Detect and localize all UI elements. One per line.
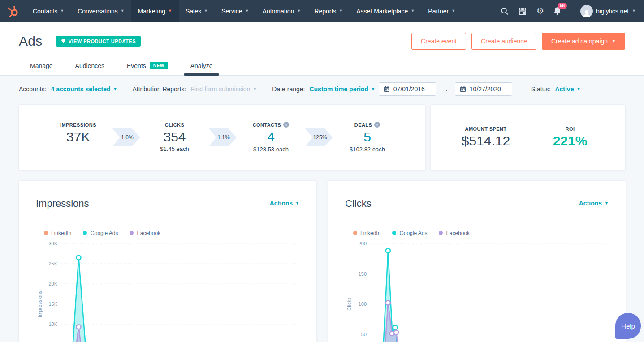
page-title: Ads: [19, 34, 43, 49]
chart-legend: LinkedIn Google Ads Facebook: [353, 229, 609, 237]
nav-item-asset-marketplace[interactable]: Asset Marketplace▼: [350, 0, 421, 22]
start-date-input[interactable]: [393, 86, 431, 93]
impressions-area-chart: 30K25K20K15K10K5KImpressions: [36, 237, 299, 342]
notifications-bell-icon[interactable]: 58: [553, 7, 561, 15]
chevron-down-icon: ▼: [60, 9, 64, 13]
attribution-reports-dropdown[interactable]: First form submission▼: [190, 86, 257, 93]
chevron-down-icon: ▼: [297, 9, 301, 13]
tab-manage[interactable]: Manage: [19, 56, 64, 75]
stats-row: IMPRESSIONS 37K 1.0% CLICKS 354 $1.45 ea…: [0, 101, 644, 170]
nav-item-partner[interactable]: Partner▼: [421, 0, 462, 22]
svg-text:150: 150: [359, 271, 367, 277]
end-date-field[interactable]: [455, 82, 512, 96]
svg-text:200: 200: [359, 241, 367, 246]
settings-gear-icon[interactable]: ⚙: [536, 7, 544, 15]
nav-item-automation[interactable]: Automation▼: [256, 0, 308, 22]
impressions-stat: IMPRESSIONS 37K: [44, 122, 112, 153]
tab-events[interactable]: Events NEW: [116, 56, 179, 75]
svg-text:20K: 20K: [48, 281, 57, 286]
legend-item-linkedin[interactable]: LinkedIn: [44, 230, 71, 236]
legend-dot: [130, 231, 134, 235]
chevron-down-icon: ▼: [295, 201, 299, 205]
top-navigation: Contacts▼ Conversations▼ Marketing▼ Sale…: [0, 0, 644, 22]
svg-text:30K: 30K: [48, 241, 57, 246]
clicks-stat: CLICKS 354 $1.45 each: [140, 122, 209, 153]
tab-analyze[interactable]: Analyze: [179, 56, 224, 75]
contacts-stat: CONTACTSi 4 $128.53 each: [237, 122, 305, 153]
legend-item-facebook[interactable]: Facebook: [130, 230, 160, 236]
funnel-stats-card: IMPRESSIONS 37K 1.0% CLICKS 354 $1.45 ea…: [19, 105, 425, 170]
status-dropdown[interactable]: Active▼: [555, 86, 580, 93]
legend-dot: [44, 231, 48, 235]
date-range-label: Date range:: [272, 86, 305, 93]
svg-text:50: 50: [361, 332, 367, 337]
accounts-label: Accounts:: [19, 86, 46, 93]
deals-stat: DEALSi 5 $102.82 each: [333, 122, 402, 153]
hubspot-logo-icon[interactable]: [0, 0, 26, 22]
nav-item-reports[interactable]: Reports▼: [307, 0, 350, 22]
conversion-arrow: 1.1%: [209, 128, 237, 146]
chevron-down-icon: ▼: [632, 9, 636, 13]
svg-text:10K: 10K: [48, 321, 57, 327]
clicks-area-chart: 20015010050Clicks: [345, 237, 609, 342]
date-range-dropdown[interactable]: Custom time period▼: [309, 86, 375, 93]
legend-item-linkedin[interactable]: LinkedIn: [353, 230, 380, 236]
nav-item-marketing[interactable]: Marketing▼: [131, 0, 179, 22]
view-product-updates-badge[interactable]: VIEW PRODUCT UPDATES: [56, 36, 141, 47]
chevron-down-icon: ▼: [204, 9, 208, 13]
svg-text:Clicks: Clicks: [346, 297, 352, 311]
avatar: [580, 5, 593, 17]
chevron-down-icon: ▼: [612, 39, 616, 43]
impressions-chart-card: Impressions Actions▼ LinkedIn Google Ads…: [19, 181, 316, 342]
create-event-button[interactable]: Create event: [411, 33, 466, 50]
roi-stat: ROI 221%: [528, 126, 612, 149]
legend-dot: [392, 231, 396, 235]
legend-item-google-ads[interactable]: Google Ads: [83, 230, 118, 236]
page-header: Ads VIEW PRODUCT UPDATES Create event Cr…: [0, 22, 644, 76]
create-audience-button[interactable]: Create audience: [471, 33, 536, 50]
charts-row: Impressions Actions▼ LinkedIn Google Ads…: [0, 170, 644, 342]
account-menu[interactable]: biglytics.net ▼: [580, 5, 636, 17]
nav-item-contacts[interactable]: Contacts▼: [26, 0, 71, 22]
legend-dot: [83, 231, 87, 235]
notification-count-badge: 58: [558, 3, 567, 9]
start-date-field[interactable]: [379, 82, 436, 96]
info-icon[interactable]: i: [374, 122, 380, 128]
help-button[interactable]: Help: [615, 313, 641, 339]
filter-bar: Accounts: 4 accounts selected▼ Attributi…: [0, 76, 644, 101]
svg-text:25K: 25K: [48, 261, 57, 266]
create-ad-campaign-button[interactable]: Create ad campaign ▼: [542, 33, 625, 50]
tab-audiences[interactable]: Audiences: [64, 56, 116, 75]
chevron-down-icon: ▼: [245, 9, 249, 13]
chevron-down-icon: ▼: [339, 9, 343, 13]
chart-legend: LinkedIn Google Ads Facebook: [44, 229, 299, 237]
chevron-down-icon: ▼: [371, 87, 375, 91]
sprocket-icon: [7, 5, 19, 17]
legend-dot: [439, 231, 443, 235]
legend-dot: [353, 231, 357, 235]
calendar-icon: [460, 86, 466, 92]
nav-item-sales[interactable]: Sales▼: [179, 0, 215, 22]
accounts-dropdown[interactable]: 4 accounts selected▼: [51, 86, 117, 93]
legend-item-google-ads[interactable]: Google Ads: [392, 230, 427, 236]
new-badge: NEW: [150, 62, 168, 69]
nav-divider: [571, 6, 571, 17]
info-icon[interactable]: i: [283, 122, 289, 128]
chevron-down-icon: ▼: [168, 9, 172, 13]
actions-dropdown[interactable]: Actions▼: [270, 200, 299, 207]
actions-dropdown[interactable]: Actions▼: [579, 200, 609, 207]
tab-bar: Manage Audiences Events NEW Analyze: [19, 56, 625, 75]
attribution-reports-label: Attribution Reports:: [132, 86, 186, 93]
nav-item-conversations[interactable]: Conversations▼: [71, 0, 131, 22]
chevron-down-icon: ▼: [605, 201, 609, 205]
search-icon[interactable]: [501, 7, 509, 15]
legend-item-facebook[interactable]: Facebook: [439, 230, 470, 236]
chevron-down-icon: ▼: [576, 87, 580, 91]
trophy-icon: [61, 39, 66, 44]
end-date-input[interactable]: [470, 86, 507, 93]
conversion-arrow: 125%: [305, 128, 333, 146]
svg-text:15K: 15K: [48, 301, 57, 307]
nav-item-service[interactable]: Service▼: [215, 0, 256, 22]
marketplace-icon[interactable]: [518, 7, 527, 15]
chevron-down-icon: ▼: [253, 87, 257, 91]
